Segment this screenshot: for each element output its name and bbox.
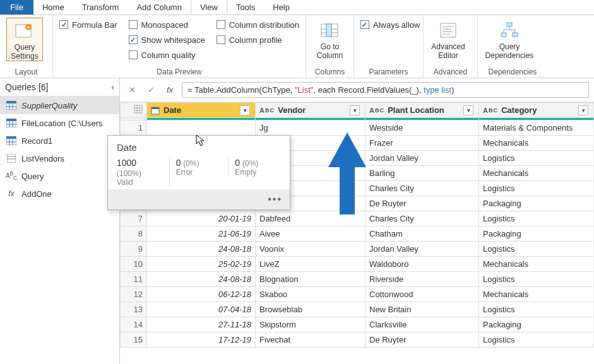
cell-category[interactable]: Logistics xyxy=(479,211,594,226)
cell-plant[interactable]: Charles City xyxy=(365,181,479,196)
table-row[interactable]: 1307-04-18BrowseblabNew BritainLogistics xyxy=(121,302,594,317)
table-row[interactable]: 1124-08-18BlognationRiversideLogistics xyxy=(121,272,594,287)
table-row[interactable]: 1206-12-18SkabooCottonwoodMechanicals xyxy=(121,287,594,302)
cell-plant[interactable]: Barling xyxy=(365,166,479,181)
ellipsis-menu-button[interactable]: ••• xyxy=(268,194,282,205)
row-number[interactable]: 7 xyxy=(121,211,147,226)
cell-category[interactable]: Materials & Components xyxy=(479,120,594,136)
cell-category[interactable]: Logistics xyxy=(479,242,594,257)
query-item-listvendors[interactable]: ListVendors xyxy=(0,150,119,167)
show-whitespace-checkbox[interactable]: Show whitespace xyxy=(129,33,205,47)
cell-date[interactable]: 07-04-18 xyxy=(147,302,256,317)
cell-vendor[interactable]: Aivee xyxy=(256,226,365,242)
cell-category[interactable]: Mechanicals xyxy=(479,257,594,272)
cell-category[interactable]: Mechanicals xyxy=(479,166,594,181)
column-header-plant[interactable]: ABC Plant Location ▾ xyxy=(365,103,479,118)
filter-chevron-icon[interactable]: ▾ xyxy=(578,105,588,115)
row-number[interactable]: 8 xyxy=(121,226,147,242)
cell-vendor[interactable]: Dabfeed xyxy=(256,211,365,226)
query-item-record1[interactable]: Record1 xyxy=(0,132,119,150)
go-to-column-button[interactable]: Go to Column xyxy=(312,18,347,60)
row-number[interactable]: 13 xyxy=(121,302,147,317)
cell-plant[interactable]: Chatham xyxy=(365,226,479,242)
menu-view[interactable]: View xyxy=(191,0,227,15)
cell-plant[interactable]: De Ruyter xyxy=(365,196,479,211)
cell-plant[interactable]: Jordan Valley xyxy=(365,151,479,166)
query-dependencies-button[interactable]: Query Dependencies xyxy=(484,18,535,60)
cell-vendor[interactable]: Skipstorm xyxy=(256,317,365,332)
cell-plant[interactable]: Westside xyxy=(365,120,479,136)
query-settings-button[interactable]: Query Settings xyxy=(6,18,43,61)
table-row[interactable]: 924-08-18VoonixJordan ValleyLogistics xyxy=(121,242,594,257)
query-item-query[interactable]: ABCQuery xyxy=(0,167,119,185)
filter-chevron-icon[interactable]: ▾ xyxy=(350,105,360,115)
cell-category[interactable]: Packaging xyxy=(479,317,594,332)
cell-plant[interactable]: Charles City xyxy=(365,211,479,226)
cell-vendor[interactable]: Fivechat xyxy=(256,332,365,348)
collapse-sidebar-button[interactable]: ‹ xyxy=(111,82,114,92)
cell-vendor[interactable]: Voonix xyxy=(256,242,365,257)
cell-date[interactable]: 06-12-18 xyxy=(147,287,256,302)
table-row[interactable]: 1JgWestsideMaterials & Components xyxy=(121,120,594,136)
row-number[interactable]: 11 xyxy=(121,272,147,287)
menu-add-column[interactable]: Add Column xyxy=(128,0,191,15)
cell-date[interactable]: 20-01-19 xyxy=(147,211,256,226)
menu-home[interactable]: Home xyxy=(33,0,73,15)
column-header-date[interactable]: Date ▾ xyxy=(147,103,256,118)
row-selector-header[interactable] xyxy=(121,103,147,118)
cell-category[interactable]: Packaging xyxy=(479,196,594,211)
row-number[interactable]: 14 xyxy=(121,317,147,332)
filter-chevron-icon[interactable]: ▾ xyxy=(463,105,473,115)
cell-plant[interactable]: Waldoboro xyxy=(365,257,479,272)
cell-category[interactable]: Packaging xyxy=(479,226,594,242)
query-item-addone[interactable]: fxAddOne xyxy=(0,185,119,203)
cell-category[interactable]: Mechanicals xyxy=(479,136,594,151)
cell-plant[interactable]: Clarksville xyxy=(365,317,479,332)
table-row[interactable]: 1517-12-19FivechatDe RuyterLogistics xyxy=(121,332,594,348)
table-row[interactable]: 720-01-19DabfeedCharles CityLogistics xyxy=(121,211,594,226)
cell-vendor[interactable]: Jg xyxy=(256,120,365,136)
cell-plant[interactable]: Jordan Valley xyxy=(365,242,479,257)
cell-date[interactable]: 21-06-19 xyxy=(147,226,256,242)
query-item-supplierquality[interactable]: SupplierQuality xyxy=(0,97,119,114)
table-row[interactable]: 1025-02-19LiveZWaldoboroMechanicals xyxy=(121,257,594,272)
query-item-filelocation-c-users[interactable]: FileLocation (C:\Users xyxy=(0,114,119,132)
column-header-category[interactable]: ABC Category ▾ xyxy=(479,103,594,118)
column-distribution-checkbox[interactable]: Column distribution xyxy=(217,18,299,32)
cell-date[interactable]: 17-12-19 xyxy=(147,332,256,348)
filter-chevron-icon[interactable]: ▾ xyxy=(240,105,250,115)
row-number[interactable]: 12 xyxy=(121,287,147,302)
cell-vendor[interactable]: Browseblab xyxy=(256,302,365,317)
menu-tools[interactable]: Tools xyxy=(227,0,264,15)
row-number[interactable]: 1 xyxy=(121,120,147,136)
cell-vendor[interactable]: Skaboo xyxy=(256,287,365,302)
cell-category[interactable]: Logistics xyxy=(479,272,594,287)
cell-plant[interactable]: Riverside xyxy=(365,272,479,287)
cell-date[interactable] xyxy=(147,120,256,136)
monospaced-checkbox[interactable]: Monospaced xyxy=(129,18,205,32)
cell-category[interactable]: Logistics xyxy=(479,151,594,166)
row-number[interactable]: 10 xyxy=(121,257,147,272)
formula-bar-checkbox[interactable]: Formula Bar xyxy=(59,18,117,32)
table-row[interactable]: 821-06-19AiveeChathamPackaging xyxy=(121,226,594,242)
cell-vendor[interactable]: LiveZ xyxy=(256,257,365,272)
formula-cancel-button[interactable]: ✕ xyxy=(125,83,139,97)
cell-plant[interactable]: De Ruyter xyxy=(365,332,479,348)
cell-date[interactable]: 24-08-18 xyxy=(147,242,256,257)
cell-date[interactable]: 27-11-18 xyxy=(147,317,256,332)
cell-category[interactable]: Logistics xyxy=(479,181,594,196)
row-number[interactable]: 15 xyxy=(121,332,147,348)
fx-icon[interactable]: fx xyxy=(163,83,177,97)
cell-date[interactable]: 24-08-18 xyxy=(147,272,256,287)
formula-accept-button[interactable]: ✓ xyxy=(144,83,158,97)
menu-help[interactable]: Help xyxy=(264,0,299,15)
row-number[interactable]: 9 xyxy=(121,242,147,257)
table-row[interactable]: 1427-11-18SkipstormClarksvillePackaging xyxy=(121,317,594,332)
menu-file[interactable]: File xyxy=(0,0,33,15)
always-allow-checkbox[interactable]: Always allow xyxy=(360,18,420,32)
column-header-vendor[interactable]: ABC Vendor ▾ xyxy=(256,103,365,118)
cell-date[interactable]: 25-02-19 xyxy=(147,257,256,272)
cell-plant[interactable]: Cottonwood xyxy=(365,287,479,302)
advanced-editor-button[interactable]: Advanced Editor xyxy=(430,18,466,60)
formula-input[interactable]: = Table.AddColumn(ChType, "List", each R… xyxy=(182,82,589,98)
